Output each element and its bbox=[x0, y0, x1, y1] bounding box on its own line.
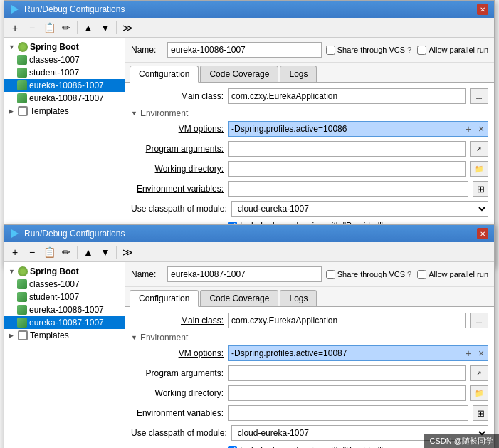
add-config-button-1[interactable]: + bbox=[7, 20, 23, 36]
tree-item-student-1007-d1[interactable]: student-1007 bbox=[4, 66, 125, 79]
main-class-browse-2[interactable]: ... bbox=[470, 313, 488, 328]
working-dir-input-2[interactable] bbox=[228, 385, 466, 401]
templates-section-2[interactable]: ▶ Templates bbox=[4, 329, 125, 342]
move-up-button-2[interactable]: ▲ bbox=[80, 244, 96, 260]
name-input-2[interactable] bbox=[167, 266, 322, 282]
copy-config-button-1[interactable]: 📋 bbox=[41, 20, 57, 36]
run-icon-eureka-10087-d2 bbox=[17, 318, 27, 328]
vm-input-1[interactable] bbox=[229, 122, 462, 136]
working-dir-label-2[interactable]: Working directory: bbox=[131, 388, 224, 398]
env-vars-label-1[interactable]: Environment variables: bbox=[131, 184, 224, 194]
title-bar-left-1: Run/Debug Configurations bbox=[10, 4, 125, 14]
tabs-2: Configuration Code Coverage Logs bbox=[125, 287, 494, 307]
working-dir-browse-2[interactable]: 📁 bbox=[470, 385, 488, 401]
working-dir-input-1[interactable] bbox=[228, 161, 466, 177]
close-x-button-1[interactable]: ✕ bbox=[477, 4, 488, 15]
main-class-browse-1[interactable]: ... bbox=[470, 88, 488, 104]
tree-item-student-1007-d2[interactable]: student-1007 bbox=[4, 291, 125, 303]
tab-code-coverage-2[interactable]: Code Coverage bbox=[200, 290, 278, 306]
tree-panel-1: ▼ Spring Boot classes-1007 student-1007 … bbox=[4, 38, 125, 243]
templates-arrow-1: ▶ bbox=[9, 108, 16, 115]
env-section-header-2[interactable]: ▼ Environment bbox=[131, 333, 488, 343]
env-section-header-1[interactable]: ▼ Environment bbox=[131, 108, 488, 118]
copy-config-button-2[interactable]: 📋 bbox=[41, 244, 57, 260]
vm-label-1[interactable]: VM options: bbox=[131, 124, 224, 134]
title-bar-left-2: Run/Debug Configurations bbox=[10, 229, 125, 239]
vm-input-2[interactable] bbox=[229, 346, 462, 360]
env-vars-input-2[interactable] bbox=[228, 405, 468, 421]
allow-parallel-label-2: Allow parallel run bbox=[429, 270, 488, 278]
vm-input-wrapper-2: + × bbox=[228, 345, 488, 361]
prog-args-browse-2[interactable]: ↗ bbox=[470, 365, 488, 381]
tree-label-eureka-10086-d1: eureka-10086-1007 bbox=[29, 80, 104, 90]
add-config-button-2[interactable]: + bbox=[7, 244, 23, 260]
working-dir-row-1: Working directory: 📁 bbox=[131, 161, 488, 177]
tree-item-eureka-10087-d1[interactable]: eureka-10087-1007 bbox=[4, 92, 125, 105]
tree-item-eureka-10086-d1[interactable]: eureka-10086-1007 bbox=[4, 79, 125, 92]
include-deps-checkbox-2[interactable] bbox=[228, 446, 237, 449]
env-vars-input-1[interactable] bbox=[228, 181, 468, 197]
dialog-1-body: ▼ Spring Boot classes-1007 student-1007 … bbox=[4, 38, 494, 243]
main-class-input-1[interactable] bbox=[228, 88, 466, 104]
tree-item-eureka-10087-d2[interactable]: eureka-10087-1007 bbox=[4, 316, 125, 329]
remove-config-button-2[interactable]: − bbox=[24, 244, 40, 260]
vm-minus-btn-2[interactable]: × bbox=[475, 346, 488, 360]
move-down-button-2[interactable]: ▼ bbox=[98, 244, 113, 260]
vm-label-2[interactable]: VM options: bbox=[131, 348, 224, 358]
prog-args-label-2[interactable]: Program arguments: bbox=[131, 368, 224, 378]
config-panel-1: Main class: ... ▼ Environment VM options… bbox=[125, 83, 494, 243]
dialog-2: Run/Debug Configurations ✕ + − 📋 ✏ ▲ ▼ ≫… bbox=[4, 224, 495, 448]
share-vcs-checkbox-2[interactable] bbox=[326, 270, 335, 279]
edit-config-button-2[interactable]: ✏ bbox=[58, 244, 74, 260]
env-vars-label-2[interactable]: Environment variables: bbox=[131, 408, 224, 418]
name-right-2: Share through VCS ? Allow parallel run bbox=[326, 270, 488, 279]
vm-plus-btn-1[interactable]: + bbox=[462, 122, 475, 136]
more-button-2[interactable]: ≫ bbox=[120, 244, 135, 260]
toolbar-sep-2b bbox=[116, 246, 117, 259]
prog-args-browse-1[interactable]: ↗ bbox=[470, 141, 488, 157]
springboot-section-2[interactable]: ▼ Spring Boot bbox=[4, 265, 125, 278]
name-input-1[interactable] bbox=[167, 42, 322, 58]
main-class-input-2[interactable] bbox=[228, 313, 466, 328]
config-panel-2: Main class: ... ▼ Environment VM options… bbox=[125, 307, 494, 448]
toolbar-2: + − 📋 ✏ ▲ ▼ ≫ bbox=[4, 242, 494, 262]
tab-configuration-2[interactable]: Configuration bbox=[130, 290, 199, 307]
run-icon-eureka-10086-d2 bbox=[17, 305, 27, 315]
tree-item-eureka-10086-d2[interactable]: eureka-10086-1007 bbox=[4, 303, 125, 316]
remove-config-button-1[interactable]: − bbox=[24, 20, 40, 36]
move-up-button-1[interactable]: ▲ bbox=[80, 20, 96, 36]
tree-item-classes-1007-d1[interactable]: classes-1007 bbox=[4, 53, 125, 66]
env-vars-browse-2[interactable]: ⊞ bbox=[473, 405, 488, 421]
templates-section-1[interactable]: ▶ Templates bbox=[4, 105, 125, 118]
allow-parallel-checkbox-2[interactable] bbox=[417, 270, 426, 279]
tab-logs-2[interactable]: Logs bbox=[280, 290, 317, 306]
edit-config-button-1[interactable]: ✏ bbox=[58, 20, 74, 36]
vm-plus-btn-2[interactable]: + bbox=[462, 346, 475, 360]
tab-code-coverage-1[interactable]: Code Coverage bbox=[200, 66, 278, 82]
tree-label-student-1007-d1: student-1007 bbox=[29, 68, 79, 78]
vm-minus-btn-1[interactable]: × bbox=[475, 122, 488, 136]
main-class-label-2[interactable]: Main class: bbox=[131, 316, 224, 325]
share-vcs-checkbox-1[interactable] bbox=[326, 46, 335, 55]
prog-args-input-2[interactable] bbox=[228, 365, 466, 381]
move-down-button-1[interactable]: ▼ bbox=[98, 20, 113, 36]
main-class-label-1[interactable]: Main class: bbox=[131, 91, 224, 101]
dialog-2-body: ▼ Spring Boot classes-1007 student-1007 … bbox=[4, 262, 494, 448]
working-dir-browse-1[interactable]: 📁 bbox=[470, 161, 488, 177]
prog-args-input-1[interactable] bbox=[228, 141, 466, 157]
allow-parallel-checkbox-1[interactable] bbox=[417, 46, 426, 55]
prog-args-label-1[interactable]: Program arguments: bbox=[131, 144, 224, 154]
tree-panel-2: ▼ Spring Boot classes-1007 student-1007 … bbox=[4, 262, 125, 448]
more-button-1[interactable]: ≫ bbox=[120, 20, 135, 36]
tab-configuration-1[interactable]: Configuration bbox=[130, 66, 199, 83]
springboot-arrow-1: ▼ bbox=[9, 43, 16, 51]
close-x-button-2[interactable]: ✕ bbox=[477, 228, 488, 239]
tab-logs-1[interactable]: Logs bbox=[280, 66, 317, 82]
working-dir-label-1[interactable]: Working directory: bbox=[131, 164, 224, 174]
name-right-1: Share through VCS ? Allow parallel run bbox=[326, 46, 488, 55]
tree-item-classes-1007-d2[interactable]: classes-1007 bbox=[4, 278, 125, 291]
springboot-section-1[interactable]: ▼ Spring Boot bbox=[4, 41, 125, 53]
env-vars-browse-1[interactable]: ⊞ bbox=[473, 181, 488, 197]
share-vcs-help-1: ? bbox=[407, 46, 411, 54]
classpath-select-1[interactable]: cloud-eureka-1007 bbox=[231, 201, 488, 217]
